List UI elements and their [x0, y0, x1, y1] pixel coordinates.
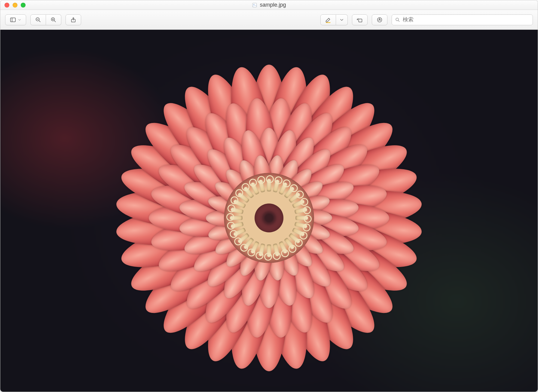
search-input[interactable]	[403, 17, 530, 23]
svg-rect-14	[359, 19, 362, 22]
image-file-icon	[252, 2, 257, 8]
share-button[interactable]	[66, 14, 81, 25]
zoom-in-icon	[50, 17, 57, 23]
svg-rect-0	[253, 3, 257, 7]
close-window-button[interactable]	[5, 3, 9, 8]
minimize-window-button[interactable]	[13, 3, 17, 8]
zoom-group	[30, 14, 61, 25]
search-icon	[395, 17, 400, 23]
svg-rect-2	[11, 18, 16, 22]
zoom-window-button[interactable]	[21, 3, 26, 8]
window-title: sample.jpg	[252, 2, 286, 8]
rotate-left-icon	[356, 17, 363, 23]
sidebar-dropdown-button[interactable]	[5, 14, 26, 25]
markup-group	[320, 14, 348, 25]
share-icon	[70, 17, 77, 23]
chevron-down-icon	[17, 18, 22, 22]
highlighter-icon	[325, 17, 332, 23]
chevron-down-icon	[339, 17, 344, 23]
svg-point-16	[396, 18, 399, 21]
zoom-in-button[interactable]	[46, 14, 61, 25]
toolbar	[0, 10, 538, 30]
displayed-image	[116, 65, 422, 371]
markup-menu-button[interactable]	[336, 14, 348, 25]
svg-point-1	[254, 4, 255, 5]
zoom-out-icon	[35, 17, 41, 23]
window-title-text: sample.jpg	[260, 2, 286, 8]
svg-line-10	[54, 20, 56, 22]
sidebar-icon	[10, 17, 16, 23]
svg-line-17	[398, 20, 399, 22]
image-viewport[interactable]	[0, 30, 538, 392]
window-controls	[5, 3, 26, 8]
markup-toolbar-button[interactable]	[372, 14, 387, 25]
svg-line-6	[39, 20, 41, 22]
search-field[interactable]	[392, 14, 533, 25]
annotate-circle-icon	[376, 17, 383, 23]
markup-button[interactable]	[320, 14, 336, 25]
rotate-left-button[interactable]	[352, 14, 368, 25]
preview-window: sample.jpg	[0, 0, 538, 392]
zoom-out-button[interactable]	[30, 14, 46, 25]
flower-core	[255, 204, 283, 232]
titlebar[interactable]: sample.jpg	[0, 0, 538, 10]
